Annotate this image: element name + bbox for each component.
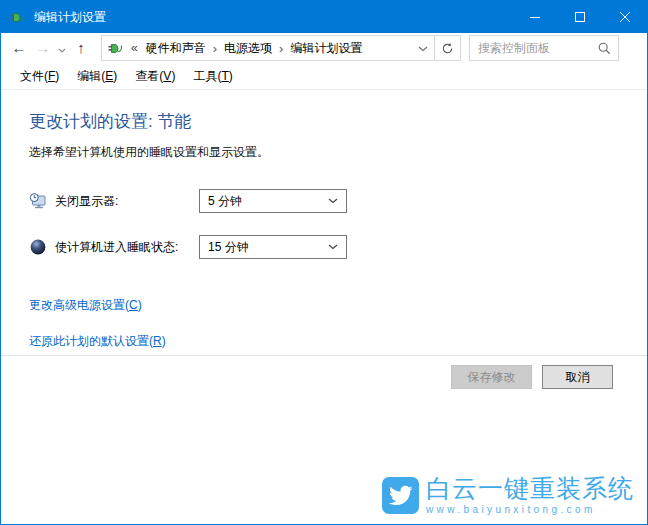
edit-plan-settings-window: 编辑计划设置 ← → ↑ « 硬件和声音 › 电源选项 bbox=[0, 0, 648, 525]
chevron-down-icon bbox=[328, 198, 338, 204]
breadcrumb-edit-plan-settings[interactable]: 编辑计划设置 bbox=[285, 40, 367, 57]
bird-icon bbox=[388, 483, 413, 508]
cancel-button[interactable]: 取消 bbox=[542, 365, 613, 389]
breadcrumb-separator: › bbox=[211, 41, 219, 56]
search-box bbox=[469, 35, 619, 61]
search-icon[interactable] bbox=[598, 42, 611, 55]
menu-view[interactable]: 查看(V) bbox=[126, 64, 184, 89]
watermark-text: 白云一键重装系统 www.baiyunxitong.com bbox=[426, 476, 634, 515]
chevron-down-icon bbox=[58, 48, 66, 53]
breadcrumb-power-options[interactable]: 电源选项 bbox=[219, 40, 277, 57]
restore-default-settings-link[interactable]: 还原此计划的默认设置(R) bbox=[29, 333, 166, 350]
page-subtitle: 选择希望计算机使用的睡眠设置和显示设置。 bbox=[29, 144, 647, 161]
breadcrumb-hardware-sound[interactable]: 硬件和声音 bbox=[141, 40, 211, 57]
chevron-down-icon bbox=[418, 46, 428, 52]
address-history-dropdown[interactable] bbox=[412, 41, 434, 55]
display-off-timer-icon bbox=[29, 192, 47, 210]
maximize-button[interactable] bbox=[557, 1, 602, 33]
setting-label: 关闭显示器: bbox=[55, 193, 199, 210]
recent-pages-dropdown[interactable] bbox=[55, 33, 69, 63]
power-plug-icon bbox=[10, 9, 26, 25]
up-button[interactable]: ↑ bbox=[69, 33, 93, 63]
watermark-url: www.baiyunxitong.com bbox=[426, 504, 634, 515]
menu-bar: 文件(F) 编辑(E) 查看(V) 工具(T) bbox=[1, 63, 647, 90]
selected-value: 5 分钟 bbox=[208, 193, 328, 210]
breadcrumb-separator: › bbox=[277, 41, 285, 56]
setting-label: 使计算机进入睡眠状态: bbox=[55, 239, 199, 256]
title-bar: 编辑计划设置 bbox=[1, 1, 647, 33]
chevron-down-icon bbox=[328, 244, 338, 250]
minimize-button[interactable] bbox=[512, 1, 557, 33]
main-content: 更改计划的设置: 节能 选择希望计算机使用的睡眠设置和显示设置。 关闭显示器: … bbox=[1, 110, 647, 350]
minimize-icon bbox=[530, 12, 540, 22]
menu-tools[interactable]: 工具(T) bbox=[184, 64, 241, 89]
bird-logo bbox=[382, 477, 419, 514]
power-plug-icon bbox=[108, 40, 124, 56]
menu-edit[interactable]: 编辑(E) bbox=[68, 64, 126, 89]
window-title: 编辑计划设置 bbox=[34, 9, 512, 26]
sleep-timeout-select[interactable]: 15 分钟 bbox=[199, 235, 347, 259]
close-icon bbox=[620, 12, 630, 22]
navigation-toolbar: ← → ↑ « 硬件和声音 › 电源选项 › 编辑计划设置 bbox=[1, 33, 647, 63]
display-timeout-select[interactable]: 5 分钟 bbox=[199, 189, 347, 213]
sleep-orb-icon bbox=[29, 238, 47, 256]
setting-row-sleep: 使计算机进入睡眠状态: 15 分钟 bbox=[29, 235, 647, 259]
baiyun-watermark: 白云一键重装系统 www.baiyunxitong.com bbox=[382, 476, 634, 515]
save-changes-button[interactable]: 保存修改 bbox=[451, 365, 532, 389]
breadcrumb-collapse[interactable]: « bbox=[128, 41, 141, 55]
menu-file[interactable]: 文件(F) bbox=[11, 64, 68, 89]
change-advanced-power-settings-link[interactable]: 更改高级电源设置(C) bbox=[29, 297, 142, 314]
close-button[interactable] bbox=[602, 1, 647, 33]
watermark-title: 白云一键重装系统 bbox=[426, 476, 634, 501]
refresh-icon bbox=[441, 42, 454, 55]
refresh-button[interactable] bbox=[434, 36, 460, 60]
page-title: 更改计划的设置: 节能 bbox=[29, 110, 647, 133]
maximize-icon bbox=[575, 12, 585, 22]
back-button[interactable]: ← bbox=[7, 33, 31, 63]
forward-button[interactable]: → bbox=[31, 33, 55, 63]
address-bar[interactable]: « 硬件和声音 › 电源选项 › 编辑计划设置 bbox=[101, 35, 461, 61]
selected-value: 15 分钟 bbox=[208, 239, 328, 256]
setting-row-turn-off-display: 关闭显示器: 5 分钟 bbox=[29, 189, 647, 213]
bottom-separator bbox=[1, 355, 648, 356]
search-input[interactable] bbox=[470, 41, 598, 55]
